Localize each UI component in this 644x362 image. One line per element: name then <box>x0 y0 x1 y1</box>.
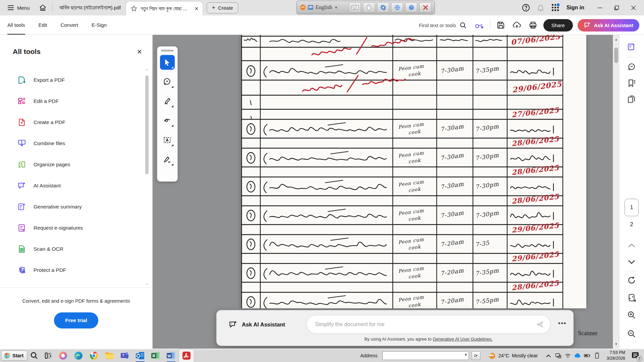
pages-icon[interactable] <box>625 93 638 106</box>
highlight-tool-button[interactable] <box>160 94 175 109</box>
create-button[interactable]: + Create <box>207 2 238 13</box>
sidebar-item-generative-summary[interactable]: Generative summary <box>0 196 144 217</box>
help-button[interactable]: ? <box>405 2 417 12</box>
taskbar-app-edge[interactable] <box>71 349 86 362</box>
nav-convert[interactable]: Convert <box>60 15 78 35</box>
app-launcher-grid-icon[interactable] <box>549 1 562 14</box>
keyboard-layout-button[interactable] <box>349 2 361 12</box>
current-page-indicator[interactable]: 1 <box>625 199 639 216</box>
tray-expand-icon[interactable] <box>545 352 552 359</box>
find-text-control[interactable]: Find text or tools <box>419 22 467 29</box>
onedrive-cloud-icon[interactable] <box>574 352 581 359</box>
scroll-down-icon[interactable]: ▼ <box>613 342 619 346</box>
sidebar-scroll-up-icon[interactable]: ⌃ <box>144 68 150 73</box>
menu-button[interactable]: Menu <box>0 0 35 15</box>
maximize-button[interactable] <box>609 1 624 14</box>
sidebar-scrollbar[interactable] <box>145 75 149 174</box>
send-prompt-icon[interactable] <box>535 319 545 329</box>
sidebar-item-organize-pages[interactable]: Organize pages <box>0 154 144 175</box>
taskbar-app-copilot[interactable] <box>55 349 71 362</box>
fill-sign-tool-button[interactable] <box>160 152 175 167</box>
web-globe-button[interactable] <box>391 2 403 12</box>
zoom-in-icon[interactable] <box>625 308 638 322</box>
tab-financial-pdf[interactable]: আর্থিক ছাড়পত্র (মাইক্রোফাইন্যান্স).pdf <box>54 0 126 15</box>
sidebar-item-protect-a-pdf[interactable]: Protect a PDF <box>0 259 144 281</box>
ai-prompt-input[interactable] <box>307 315 550 334</box>
share-button[interactable]: Share <box>543 19 573 32</box>
start-button[interactable]: Start <box>1 351 27 361</box>
close-language-bar-button[interactable] <box>419 2 431 12</box>
settings-gear-button[interactable] <box>377 2 389 12</box>
sidebar-item-create-a-pdf[interactable]: Create a PDF <box>0 112 144 133</box>
taskbar-app-file-explorer[interactable] <box>102 349 117 362</box>
next-page-icon[interactable] <box>625 255 638 269</box>
bookmarks-icon[interactable] <box>625 76 638 90</box>
generative-summary-icon[interactable] <box>625 40 638 54</box>
mouse-settings-button[interactable] <box>363 2 375 12</box>
taskbar-app-word[interactable]: W <box>163 349 179 362</box>
guidelines-link[interactable]: Generative AI User Guidelines. <box>433 337 492 342</box>
text-box-tool-button[interactable] <box>160 133 175 147</box>
draw-tool-button[interactable] <box>160 113 175 128</box>
ime-logo-icon[interactable] <box>300 4 306 10</box>
weather-widget[interactable]: 24°C Mostly clear <box>488 352 538 360</box>
palette-drag-handle[interactable] <box>161 50 174 52</box>
sidebar-item-export-a-pdf[interactable]: Export a PDF <box>0 69 144 90</box>
minimize-button[interactable] <box>592 1 607 14</box>
document-scrollbar[interactable]: ▲ ▼ <box>613 35 619 349</box>
sidebar-item-redact-a-pdf[interactable]: Redact a PDF <box>0 281 144 287</box>
address-input[interactable] <box>382 351 469 360</box>
ask-ai-assistant-button[interactable]: Ask AI Assistant <box>578 19 639 32</box>
pdf-page[interactable]: 07/06/202529/06/2025Peon cumcook7-30am7-… <box>241 35 586 308</box>
upload-cloud-icon[interactable] <box>511 19 523 31</box>
taskbar-app-excel[interactable] <box>148 349 163 362</box>
taskbar-search-icon[interactable] <box>27 349 41 362</box>
fit-page-icon[interactable] <box>625 291 638 304</box>
sidebar-item-edit-a-pdf[interactable]: Edit a PDF <box>0 90 144 112</box>
language-dropdown-icon[interactable]: ▼ <box>334 6 338 9</box>
home-button[interactable] <box>35 0 51 15</box>
notifications-bell-button[interactable] <box>534 1 547 14</box>
taskbar-app-teams[interactable]: T <box>117 349 132 362</box>
address-go-button[interactable]: ⟳ <box>472 351 480 360</box>
rotate-page-icon[interactable] <box>625 274 638 287</box>
nav-all-tools[interactable]: All tools <box>7 15 25 35</box>
nav-edit[interactable]: Edit <box>39 15 47 35</box>
previous-page-icon[interactable] <box>625 239 638 252</box>
tab-close-icon[interactable]: ✕ <box>195 6 199 12</box>
nav-e-sign[interactable]: E-Sign <box>92 15 107 35</box>
battery-icon[interactable] <box>584 352 591 359</box>
help-circle-button[interactable] <box>520 1 532 14</box>
notification-center-icon[interactable]: 7 <box>630 350 641 361</box>
ai-glasses-icon[interactable] <box>474 19 485 31</box>
sidebar-item-request-e-signatures[interactable]: Request e-signatures <box>0 217 144 238</box>
wifi-icon[interactable] <box>565 352 571 359</box>
sidebar-close-icon[interactable]: ✕ <box>137 48 142 56</box>
ai-bar-more-icon[interactable]: ••• <box>558 320 567 327</box>
language-label[interactable]: English <box>316 4 332 10</box>
sidebar-item-combine-files[interactable]: Combine files <box>0 133 144 154</box>
taskbar-clock[interactable]: 7:53 PM 3/28/2026 <box>606 350 625 361</box>
tab-active-pdf[interactable]: নতুন পিয়ন কাম কুক মোছা ... ✕ <box>126 2 203 15</box>
task-view-icon[interactable] <box>41 349 55 362</box>
language-flag-icon[interactable] <box>308 5 313 10</box>
save-icon[interactable] <box>495 19 506 31</box>
select-tool-button[interactable] <box>160 55 175 70</box>
taskbar-app-outlook[interactable] <box>132 349 148 362</box>
comments-icon[interactable] <box>625 60 638 74</box>
zoom-out-icon[interactable] <box>625 327 638 341</box>
scroll-up-icon[interactable]: ▲ <box>613 38 619 41</box>
sidebar-item-scan-ocr[interactable]: Scan & OCR <box>0 238 144 259</box>
phone-link-icon[interactable] <box>594 352 600 359</box>
remote-display-icon[interactable] <box>555 352 561 359</box>
close-window-button[interactable] <box>626 1 641 14</box>
comment-tool-button[interactable] <box>160 74 175 89</box>
print-icon[interactable] <box>527 19 539 31</box>
address-dropdown-icon[interactable]: ▼ <box>464 353 468 357</box>
free-trial-button[interactable]: Free trial <box>54 312 98 328</box>
sidebar-item-ai-assistant[interactable]: AI Assistant <box>0 175 144 196</box>
scrollbar-thumb[interactable] <box>614 48 618 63</box>
page-two-label[interactable]: 2 <box>625 221 639 228</box>
sign-in-button[interactable]: Sign in <box>567 5 584 11</box>
taskbar-app-acrobat[interactable] <box>179 349 194 362</box>
